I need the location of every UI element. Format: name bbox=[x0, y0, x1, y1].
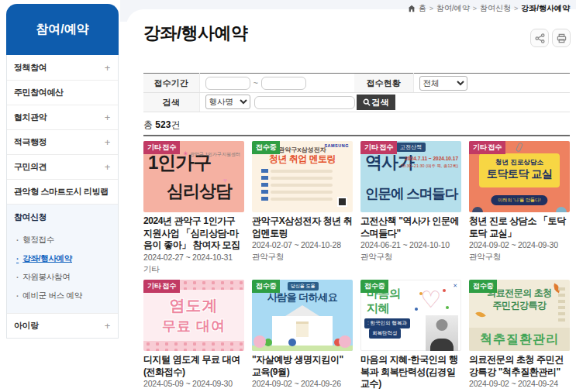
event-card[interactable]: 접수중 ✕ 마음의 지혜 : 한국인의 행복과 회복탄력성 ♡ 마음의 지혜-한… bbox=[360, 280, 461, 392]
status-badge: 접수중 bbox=[252, 141, 280, 154]
breadcrumb: 홈 > 참여/예약 > 참여신청 > 강좌/행사예약 bbox=[408, 3, 570, 14]
event-poster: 기타 접수 고전산책 역사가 2024.7.11 ~ 2024.10.17 18… bbox=[360, 141, 461, 212]
event-poster: 접수중 SAMSUNG 관악구X삼성전자 청년 취업 멘토링 bbox=[252, 141, 353, 212]
event-period: 2024-09-02 ~ 2024-09-26 bbox=[252, 378, 353, 390]
heart-illustration: ♡ bbox=[420, 286, 441, 313]
expand-icon: + bbox=[105, 112, 110, 123]
share-button[interactable] bbox=[530, 29, 549, 47]
submenu-item-label: 행정접수 bbox=[22, 235, 54, 246]
sidebar-item-policy-participation[interactable]: 정책참여 + bbox=[7, 55, 118, 80]
qr-code bbox=[337, 197, 347, 207]
page-actions bbox=[530, 29, 571, 47]
period-to-input[interactable] bbox=[261, 77, 306, 90]
sidebar-item-proactive-admin[interactable]: 적극행정 + bbox=[7, 129, 118, 154]
event-card[interactable]: 기타 접수 염도계 무료 대여 디지털 염도계 무료 대여 (전화접수) 202… bbox=[143, 280, 244, 392]
event-period: 2024-09-02 ~ 2024-09-24 bbox=[469, 378, 570, 390]
submenu-item-label: 자원봉사참여 bbox=[22, 272, 70, 283]
event-organizer: 관악구청 bbox=[360, 251, 461, 263]
poster-date-line: 18:30~21:30 (매주 목, 총12회) bbox=[401, 163, 458, 169]
event-card[interactable]: 기타 접수 1인가구 심리상담 관악구 1인가구지원센터 ♥ 2024년 관악구… bbox=[143, 141, 244, 275]
breadcrumb-item[interactable]: 참여신청 bbox=[480, 3, 511, 14]
content: 강좌/행사예약 접수기간 ~ 접수현황 전체 검색 행사명 bbox=[143, 22, 570, 392]
page: 홈 > 참여/예약 > 참여신청 > 강좌/행사예약 참여/예약 정책참여 + … bbox=[0, 0, 576, 392]
poster-slogan: 미래의 '나'를 만들다! bbox=[491, 195, 547, 205]
event-title: 고전산책 "역사가 인문에 스며들다" bbox=[360, 215, 461, 239]
breadcrumb-separator: > bbox=[514, 5, 518, 12]
event-poster: 기타 접수 염도계 무료 대여 bbox=[143, 280, 244, 351]
print-button[interactable] bbox=[552, 29, 571, 47]
total-count: 총 523건 bbox=[143, 119, 570, 132]
period-cell: ~ bbox=[199, 74, 354, 93]
event-card[interactable]: 기타 접수 청년 진로상담소 토닥토닥 교실 미래의 '나'를 만들다! 청년 … bbox=[469, 141, 570, 275]
submenu-item-admin-reception[interactable]: · 행정접수 bbox=[7, 231, 118, 249]
event-poster: 접수중 당신을 도울 사람을 더하세요 bbox=[252, 280, 353, 351]
event-period: 2024-02-27 ~ 2024-10-31 bbox=[143, 252, 244, 263]
sidebar-item-smartcity-livinglab[interactable]: 관악형 스마트도시 리빙랩 bbox=[7, 179, 118, 204]
grass-illustration bbox=[252, 346, 353, 351]
bullet-icon: · bbox=[16, 291, 19, 301]
dot-illustration bbox=[446, 306, 449, 309]
poster-text: 토닥토닥 교실 bbox=[479, 167, 560, 181]
event-card[interactable]: 접수중 SAMSUNG 관악구X삼성전자 청년 취업 멘토링 관악구X삼성전자 … bbox=[252, 141, 353, 275]
breadcrumb-item[interactable]: 참여/예약 bbox=[436, 3, 470, 14]
event-poster: 기타 접수 청년 진로상담소 토닥토닥 교실 미래의 '나'를 만들다! bbox=[469, 141, 570, 212]
sidebar-item-label: 관악형 스마트도시 리빙랩 bbox=[14, 186, 109, 198]
submenu-item-volunteer[interactable]: · 자원봉사참여 bbox=[7, 268, 118, 287]
poster-subtitle: : 한국인의 행복과 bbox=[364, 318, 410, 328]
poster-panel: 청년 진로상담소 토닥토닥 교실 bbox=[479, 153, 560, 187]
sidebar-item-airang[interactable]: 아이랑 + bbox=[7, 313, 118, 338]
person-illustration bbox=[472, 207, 483, 212]
poster-text: 청년 취업 멘토링 bbox=[252, 153, 353, 166]
status-badge: 접수중 bbox=[360, 280, 388, 293]
sidebar-item-citizen-budget[interactable]: 주민참여예산 bbox=[7, 80, 118, 105]
expand-icon: + bbox=[105, 161, 110, 173]
period-from-input[interactable] bbox=[205, 77, 250, 90]
bullet-icon: · bbox=[16, 236, 19, 245]
bullet-icon: · bbox=[16, 254, 19, 263]
sidebar-item-resident-opinion[interactable]: 구민의견 + bbox=[7, 154, 118, 179]
submenu-item-label: 강좌/행사예약 bbox=[22, 253, 72, 264]
event-poster: 접수중 의료전문의 초청 주민건강특강 척추질환관리 bbox=[469, 280, 570, 351]
poster-text: 척추질환관리 bbox=[480, 332, 559, 348]
poster-tag: 당신을 도울 bbox=[288, 282, 319, 291]
event-card[interactable]: 접수중 의료전문의 초청 주민건강특강 척추질환관리 의료전문의 초청 주민건강… bbox=[469, 280, 570, 392]
keyword-label: 검색 bbox=[143, 93, 199, 112]
search-form: 접수기간 ~ 접수현황 전체 검색 행사명 검색 bbox=[143, 73, 570, 112]
sidebar-item-hyupchi-gwanak[interactable]: 협치관악 + bbox=[7, 105, 118, 129]
poster-dates: 2024.7.11 ~ 2024.10.17 18:30~21:30 (매주 목… bbox=[401, 155, 458, 169]
sidebar-menu: 정책참여 + 주민참여예산 협치관악 + 적극행정 + 구민의견 + 관악형 스… bbox=[6, 55, 119, 339]
submenu-item-lecture-event-reservation[interactable]: · 강좌/행사예약 bbox=[7, 249, 118, 268]
status-select[interactable]: 전체 bbox=[419, 76, 467, 91]
event-period: 2024-02-07 ~ 2024-10-28 bbox=[252, 239, 353, 251]
poster-logo: 관악구 1인가구지원센터 bbox=[183, 150, 240, 158]
status-label: 접수현황 bbox=[354, 74, 413, 93]
keyword-cell: 행사명 검색 bbox=[199, 93, 570, 112]
sidebar-item-label: 주민참여예산 bbox=[14, 87, 64, 98]
heart-icon: ♥ bbox=[223, 177, 227, 184]
breadcrumb-home[interactable]: 홈 bbox=[419, 3, 426, 14]
event-card[interactable]: 기타 접수 고전산책 역사가 2024.7.11 ~ 2024.10.17 18… bbox=[360, 141, 461, 275]
search-field-select[interactable]: 행사명 bbox=[205, 95, 250, 109]
bullet-icon: · bbox=[16, 273, 19, 282]
event-title: 의료전문의 초청 주민건강특강 "척추질환관리" bbox=[469, 354, 570, 378]
search-button-label: 검색 bbox=[372, 97, 389, 108]
sidebar-item-label: 구민의견 bbox=[14, 161, 47, 173]
home-icon[interactable] bbox=[408, 5, 416, 12]
breadcrumb-separator: > bbox=[429, 5, 433, 12]
event-organizer: 관악구청 bbox=[469, 251, 570, 263]
submenu-item-reserve-bus[interactable]: · 예비군 버스 예약 bbox=[7, 287, 118, 305]
sidebar-item-participation-apply[interactable]: 참여신청 bbox=[7, 205, 118, 229]
event-poster: 기타 접수 1인가구 심리상담 관악구 1인가구지원센터 ♥ bbox=[143, 141, 244, 212]
event-card[interactable]: 접수중 당신을 도울 사람을 더하세요 "자살예방 생명지킴이" 교육(9월) … bbox=[252, 280, 353, 392]
event-title: 마음의 지혜-한국인의 행복과 회복탄력성(김경일 교수) bbox=[360, 354, 461, 390]
speaker-photo bbox=[426, 315, 458, 351]
poster-detail-rows bbox=[261, 169, 333, 204]
keyword-input[interactable] bbox=[254, 96, 355, 109]
status-badge: 기타 접수 bbox=[360, 141, 397, 154]
sidebar-item-label: 정책참여 bbox=[14, 62, 47, 74]
sidebar-active-section: 참여신청 · 행정접수 · 강좌/행사예약 · 자원봉사참여 bbox=[7, 204, 118, 313]
search-button[interactable]: 검색 bbox=[357, 95, 395, 110]
spine-illustration bbox=[558, 287, 565, 325]
page-title: 강좌/행사예약 bbox=[143, 22, 570, 43]
event-poster: 접수중 ✕ 마음의 지혜 : 한국인의 행복과 회복탄력성 ♡ bbox=[360, 280, 461, 351]
